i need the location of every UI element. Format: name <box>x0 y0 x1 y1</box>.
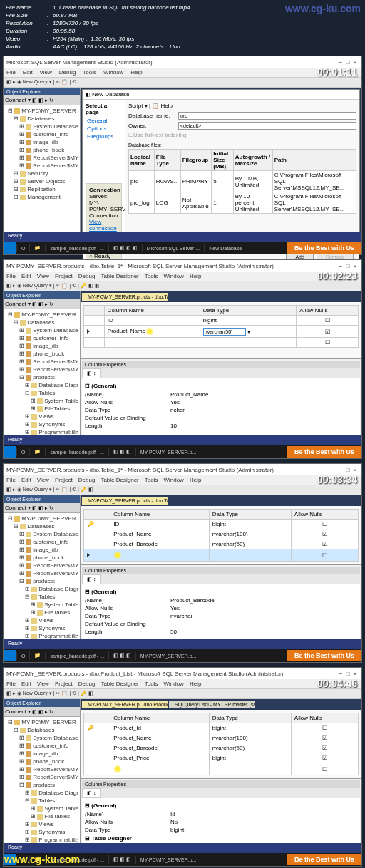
db-node[interactable]: ⊟ products <box>5 781 78 789</box>
window-controls[interactable]: −□× <box>337 59 359 66</box>
folder-node[interactable]: ⊞ System Tables <box>5 805 78 812</box>
table-row[interactable]: 🔑Product_Idbigint☐ <box>84 723 359 733</box>
folder-node[interactable]: ⊟ Tables <box>5 593 78 601</box>
folder-node[interactable]: ⊟ Tables <box>5 389 78 397</box>
server-node[interactable]: ⊟ MY-PC\MY_SERVER (SQL Server 12.0.2... <box>5 107 78 115</box>
connect-toolbar[interactable]: Connect ▾ ◧ ◧ ▸ ↻ <box>4 299 80 309</box>
folder-node[interactable]: ⊞ Database Diagrams <box>5 381 78 389</box>
menu-tabledesigner[interactable]: Table Designer <box>101 273 138 279</box>
object-explorer[interactable]: Object Explorer Connect ▾ ◧ ◧ ▸ ↻ ⊟ MY-P… <box>4 699 81 853</box>
db-node[interactable]: ⊞ phone_book <box>5 350 78 358</box>
table-row[interactable]: proROWS...PRIMARY5By 1 MB, UnlimitedC:\P… <box>129 171 356 192</box>
databases-node[interactable]: ⊟ Databases <box>5 522 78 530</box>
taskbar-item[interactable]: sample_barcode.pdf - ... <box>45 448 108 456</box>
help-button[interactable]: Help <box>160 103 172 109</box>
databases-node[interactable]: ⊟ Databases <box>5 726 78 734</box>
menu-edit[interactable]: Edit <box>21 273 31 279</box>
prop-row[interactable]: (Name)Product_Name <box>85 391 357 398</box>
menu-file[interactable]: File <box>6 69 16 76</box>
table-row[interactable]: 🔑IDbigint☐ <box>84 520 359 529</box>
replication-node[interactable]: ⊞ Replication <box>5 185 78 193</box>
management-node[interactable]: ⊞ Management <box>5 193 78 201</box>
document-tab[interactable]: SQLQuery1.sql - MY...ER.master (sa (53)) <box>169 701 255 708</box>
db-node[interactable]: ⊞ ReportServer$MY_SERVER <box>5 358 78 366</box>
sysdb-node[interactable]: ⊞ System Databases <box>5 326 78 334</box>
sysdb-node[interactable]: ⊞ System Databases <box>5 734 78 742</box>
prop-section[interactable]: ⊟ (General) <box>85 587 357 596</box>
folder-node[interactable]: ⊞ Views <box>5 820 78 828</box>
script-button[interactable]: Script ▾ <box>128 103 148 109</box>
table-row[interactable]: ☐ <box>84 338 359 348</box>
table-designer[interactable]: Column NameData TypeAllow Nulls 🔑Product… <box>83 713 359 775</box>
db-node[interactable]: ⊞ customer_info <box>5 130 78 138</box>
db-node[interactable]: ⊞ image_db <box>5 546 78 554</box>
taskbar-item[interactable]: MY-PC\MY_SERVER.p... <box>135 448 201 456</box>
db-node[interactable]: ⊟ products <box>5 577 78 585</box>
start-button[interactable] <box>4 242 16 254</box>
taskbar-item[interactable]: New Database <box>204 244 246 252</box>
server-node[interactable]: ⊟ MY-PC\MY_SERVER (SQL Server 12.0.2000 … <box>5 515 78 522</box>
db-node[interactable]: ⊞ ReportServer$MY_SERVERTempDB <box>5 366 78 373</box>
menu-help[interactable]: Help <box>190 273 201 279</box>
menu-bar[interactable]: FileEditViewProjectDebugTable DesignerTo… <box>4 679 361 689</box>
taskbar[interactable]: O📁 sample_barcode.pdf - ...◧ ◧ ◧ MY-PC\M… <box>4 649 361 662</box>
table-designer[interactable]: Column NameData TypeAllow Nulls IDbigint… <box>83 305 359 348</box>
server-node[interactable]: ⊟ MY-PC\MY_SERVER (SQL Server 12.0.2000 … <box>5 718 78 726</box>
menu-bar[interactable]: FileEditViewProjectDebugTable DesignerTo… <box>4 272 361 281</box>
db-node[interactable]: ⊟ products <box>5 373 78 381</box>
table-row[interactable]: Product_Barcodenvarchar(50)☑ <box>84 539 359 549</box>
window-controls[interactable]: −□× <box>337 467 359 473</box>
menu-view[interactable]: View <box>40 69 52 76</box>
db-node[interactable]: ⊞ image_db <box>5 342 78 350</box>
db-node[interactable]: ⊞ ReportServer$MY_SERVER <box>5 562 78 569</box>
server-node[interactable]: ⊟ MY-PC\MY_SERVER (SQL Server 12.0.2000 … <box>5 311 78 319</box>
start-button[interactable] <box>4 446 16 458</box>
toolbar[interactable]: ◧ ▸ ◉ New Query ▾ | ✂ 📋 | ⟲ | 🔑 ◧ <box>4 485 361 495</box>
document-tab[interactable]: MY-PC\MY_SERVER.p...cts - dbo.Table_1* × <box>82 497 168 505</box>
page-general[interactable]: General <box>86 117 122 125</box>
prop-section[interactable]: ⊟ (General) <box>85 381 357 391</box>
prop-row[interactable]: Length10 <box>85 422 357 430</box>
menu-tools[interactable]: Tools <box>83 69 96 76</box>
server-tree[interactable]: ⊟ MY-PC\MY_SERVER (SQL Server 12.0.2000 … <box>4 717 80 853</box>
table-row[interactable]: Product_Pricebigint☑ <box>84 753 359 763</box>
toolbar[interactable]: ◧ ▸ ◉ New Query ▾ | ✂ 📋 | ⟲ <box>4 78 361 88</box>
db-node[interactable]: ⊞ customer_info <box>5 742 78 750</box>
column-properties[interactable]: Column Properties ◧ ↕ ⊟ (General)(Name)P… <box>81 564 361 651</box>
db-node[interactable]: ⊞ phone_book <box>5 758 78 765</box>
server-objects-node[interactable]: ⊞ Server Objects <box>5 177 78 185</box>
db-node[interactable]: ⊞ ReportServer$MY_SERVERTempDB <box>5 569 78 577</box>
connect-toolbar[interactable]: Connect ▾ ◧ ◧ ▸ ↻ <box>4 95 80 105</box>
menu-tools[interactable]: Tools <box>145 273 158 279</box>
folder-node[interactable]: ⊞ FileTables <box>5 405 78 413</box>
server-tree[interactable]: ⊟ MY-PC\MY_SERVER (SQL Server 12.0.2000 … <box>4 513 80 649</box>
prop-row[interactable]: Default Value or Binding <box>85 620 357 628</box>
db-node[interactable]: ⊞ ReportServer$MY_SERVER <box>5 765 78 773</box>
prop-row[interactable]: Data Typebigint <box>85 826 357 834</box>
page-filegroups[interactable]: Filegroups <box>86 133 122 140</box>
menu-help[interactable]: Help <box>130 69 142 76</box>
db-node[interactable]: ⊞ customer_info <box>5 538 78 546</box>
window-controls[interactable]: −□× <box>337 671 359 677</box>
folder-node[interactable]: ⊞ Views <box>5 413 78 420</box>
menu-bar[interactable]: File Edit View Debug Tools Window Help <box>4 68 361 78</box>
table-row[interactable]: ☐ <box>84 549 359 562</box>
object-explorer[interactable]: Object Explorer Connect ▾ ◧ ◧ ▸ ↻ ⊟ MY-P… <box>4 291 81 445</box>
folder-node[interactable]: ⊞ Views <box>5 616 78 624</box>
server-tree[interactable]: ⊟ MY-PC\MY_SERVER (SQL Server 12.0.2000 … <box>4 309 80 445</box>
prop-row[interactable]: Data Typenchar <box>85 406 357 414</box>
databases-node[interactable]: ⊟ Databases <box>5 115 78 123</box>
folder-node[interactable]: ⊟ Tables <box>5 797 78 805</box>
prop-row[interactable]: Data Typenvarchar <box>85 612 357 620</box>
menu-debug[interactable]: Debug <box>59 69 76 76</box>
db-node[interactable]: ⊞ phone_book <box>5 554 78 562</box>
menu-edit[interactable]: Edit <box>23 69 33 76</box>
db-node[interactable]: ⊞ customer_info <box>5 334 78 342</box>
menu-view[interactable]: View <box>37 273 49 279</box>
prop-row[interactable]: Allow NullsNo <box>85 818 357 826</box>
taskbar[interactable]: O📁 sample_barcode.pdf - ...◧ ◧ ◧ MY-PC\M… <box>4 445 361 458</box>
table-designer[interactable]: Column NameData TypeAllow Nulls 🔑IDbigin… <box>83 509 359 562</box>
document-tab[interactable]: MY-PC\MY_SERVER.p...cts - dbo.Table_1* × <box>82 293 168 301</box>
sysdb-node[interactable]: ⊞ System Databases <box>5 123 78 130</box>
object-explorer[interactable]: Object Explorer Connect ▾ ◧ ◧ ▸ ↻ ⊟ MY-P… <box>4 495 81 649</box>
